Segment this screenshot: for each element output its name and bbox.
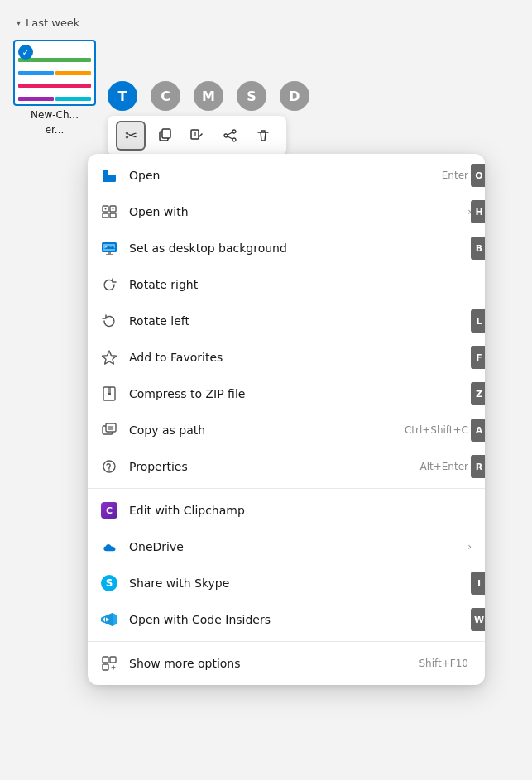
menu-item-rotate-right-label: Rotate right (129, 278, 472, 291)
svg-rect-34 (110, 657, 116, 663)
menu-item-more-options-label: Show more options (129, 657, 407, 670)
svg-point-20 (105, 246, 107, 247)
rename-button[interactable] (182, 121, 212, 151)
menu-item-clipchamp[interactable]: C Edit with Clipchamp (88, 492, 485, 529)
menu-item-desktop-bg-label: Set as desktop background (129, 242, 472, 255)
kbd-R: R (471, 455, 485, 478)
menu-item-favorites-label: Add to Favorites (129, 351, 472, 364)
menu-item-vscode[interactable]: Open with Code Insiders W (88, 601, 485, 638)
clipchamp-icon: C (101, 502, 117, 519)
delete-button[interactable] (248, 121, 278, 151)
share-button[interactable] (215, 121, 245, 151)
menu-item-copy-path[interactable]: Copy as path Ctrl+Shift+C A (88, 412, 485, 448)
star-icon (101, 349, 117, 366)
svg-rect-17 (110, 213, 116, 218)
menu-item-zip-label: Compress to ZIP file (129, 387, 472, 400)
menu-item-more-options[interactable]: Show more options Shift+F10 (88, 645, 485, 682)
svg-rect-35 (103, 664, 108, 670)
context-menu: Open Enter O Open with › H (88, 154, 485, 685)
kbd-A: A (471, 419, 485, 442)
menu-item-copy-path-label: Copy as path (129, 423, 393, 437)
rotate-left-icon (101, 313, 117, 329)
desktop-bg-icon (101, 240, 117, 256)
menu-item-open-with-label: Open with (129, 205, 453, 218)
menu-item-copy-path-shortcut: Ctrl+Shift+C (405, 424, 472, 436)
menu-item-more-options-shortcut: Shift+F10 (419, 658, 472, 669)
menu-item-rotate-right[interactable]: Rotate right (88, 266, 485, 303)
file-thumbnail: ✓ (13, 40, 96, 106)
menu-item-open-label: Open (129, 169, 430, 182)
menu-item-rotate-left-label: Rotate left (129, 314, 472, 328)
kbd-I: I (471, 572, 485, 595)
svg-rect-26 (108, 393, 111, 395)
kbd-W: W (471, 608, 485, 631)
kbd-F: F (471, 346, 485, 369)
menu-item-properties[interactable]: Properties Alt+Enter R (88, 448, 485, 485)
kbd-Z: Z (471, 382, 485, 405)
menu-item-open[interactable]: Open Enter O (88, 157, 485, 194)
kbd-L: L (471, 309, 485, 333)
svg-point-6 (232, 138, 236, 141)
avatar-M: M (194, 81, 223, 111)
onedrive-icon (101, 538, 117, 555)
chevron-icon: ▾ (17, 18, 21, 27)
menu-item-open-shortcut: Enter (442, 170, 472, 181)
svg-point-13 (105, 208, 107, 210)
avatar-S: S (237, 81, 266, 111)
action-toolbar: ✂ (108, 116, 286, 156)
svg-point-15 (113, 208, 114, 210)
avatar-D: D (280, 81, 309, 111)
menu-item-desktop-bg[interactable]: Set as desktop background B (88, 230, 485, 266)
section-label-text: Last week (26, 17, 79, 29)
section-header: ▾ Last week (17, 17, 515, 29)
kbd-O: O (471, 164, 485, 187)
copy-path-icon (101, 422, 117, 438)
avatar-row: T C M S D (108, 81, 309, 111)
svg-rect-11 (103, 175, 116, 182)
svg-rect-16 (103, 213, 108, 218)
properties-icon (101, 458, 117, 475)
svg-line-8 (228, 132, 232, 135)
menu-item-zip[interactable]: Compress to ZIP file Z (88, 376, 485, 412)
skype-icon: S (101, 575, 117, 591)
menu-item-properties-label: Properties (129, 460, 408, 473)
svg-rect-10 (103, 170, 108, 175)
svg-rect-21 (108, 252, 111, 254)
menu-section-3: Show more options Shift+F10 (88, 642, 485, 685)
rotate-right-icon (101, 276, 117, 293)
svg-point-7 (224, 134, 228, 137)
file-name: New-Ch... (31, 109, 79, 121)
kbd-H: H (471, 200, 485, 223)
open-icon (101, 167, 117, 184)
menu-item-skype[interactable]: S Share with Skype I (88, 565, 485, 601)
menu-section-1: Open Enter O Open with › H (88, 154, 485, 489)
menu-item-clipchamp-label: Edit with Clipchamp (129, 504, 472, 517)
svg-rect-1 (162, 129, 170, 138)
avatar-T: T (108, 81, 137, 111)
file-selected-check: ✓ (18, 45, 33, 60)
menu-item-rotate-left[interactable]: Rotate left L (88, 303, 485, 339)
svg-rect-28 (106, 423, 116, 432)
svg-rect-33 (103, 657, 108, 663)
menu-item-onedrive[interactable]: OneDrive › (88, 529, 485, 565)
file-name-line2: er... (46, 124, 65, 136)
file-item[interactable]: ✓ New-Ch... er... (13, 40, 96, 136)
cut-button[interactable]: ✂ (116, 121, 146, 151)
svg-rect-22 (106, 254, 113, 255)
menu-item-open-with[interactable]: Open with › H (88, 194, 485, 230)
more-options-icon (101, 655, 117, 672)
kbd-B: B (471, 237, 485, 260)
onedrive-arrow-icon: › (467, 541, 472, 553)
vscode-icon (101, 611, 117, 628)
open-with-icon (101, 203, 117, 220)
menu-item-properties-shortcut: Alt+Enter (419, 461, 472, 472)
menu-item-skype-label: Share with Skype (129, 577, 472, 590)
menu-item-onedrive-label: OneDrive (129, 540, 453, 553)
zip-icon (101, 385, 117, 402)
svg-line-9 (228, 136, 232, 139)
menu-section-2: C Edit with Clipchamp OneDrive › S Share… (88, 489, 485, 642)
svg-point-5 (232, 130, 236, 133)
svg-point-32 (108, 470, 110, 471)
menu-item-favorites[interactable]: Add to Favorites F (88, 339, 485, 376)
copy-button[interactable] (149, 121, 179, 151)
